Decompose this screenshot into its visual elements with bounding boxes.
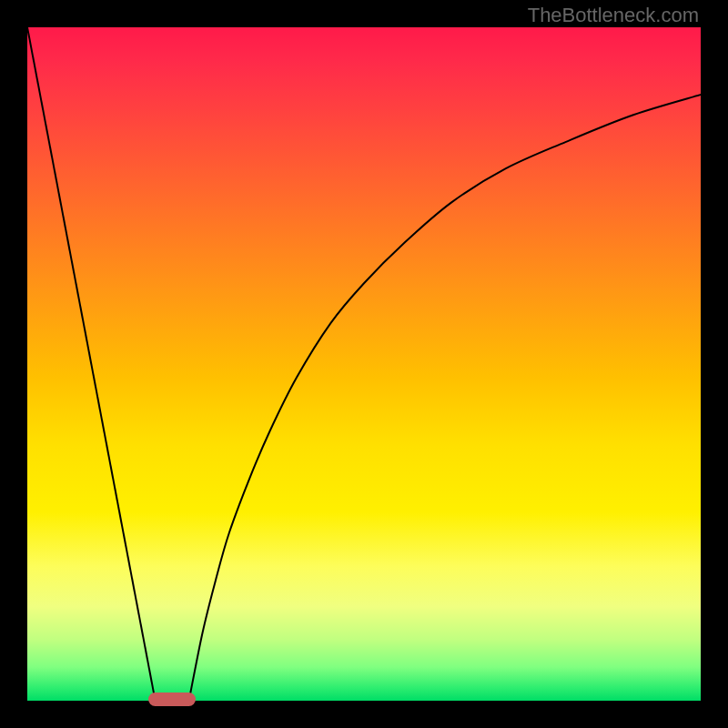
left-descent-line (27, 27, 156, 701)
chart-lines (27, 27, 701, 701)
watermark-text: TheBottleneck.com (528, 4, 699, 27)
right-log-curve (189, 95, 701, 701)
chart-container: TheBottleneck.com (0, 0, 728, 728)
bottleneck-marker (148, 693, 196, 706)
